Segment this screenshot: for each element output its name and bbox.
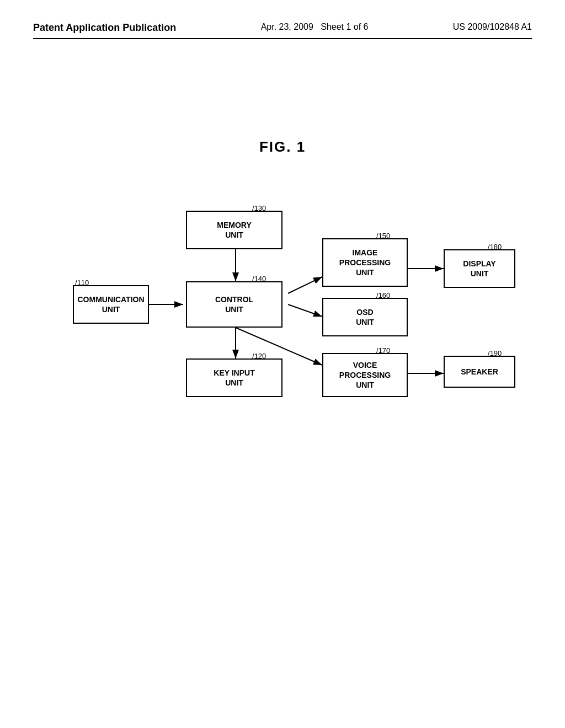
ref-160: /160 xyxy=(376,291,390,299)
svg-line-3 xyxy=(288,277,322,293)
osd-unit-block: OSD UNIT xyxy=(322,298,408,336)
memory-unit-block: MEMORY UNIT xyxy=(186,211,282,249)
page-header: Patent Application Publication Apr. 23, … xyxy=(33,22,532,39)
speaker-block: SPEAKER xyxy=(444,356,515,388)
date-sheet: Apr. 23, 2009 Sheet 1 of 6 xyxy=(261,22,369,32)
block-diagram: COMMUNICATION UNIT /110 MEMORY UNIT /130… xyxy=(67,178,498,453)
ref-110: /110 xyxy=(75,279,89,287)
figure-title: FIG. 1 xyxy=(33,138,532,156)
voice-processing-unit-block: VOICE PROCESSING UNIT xyxy=(322,353,408,397)
publication-label: Patent Application Publication xyxy=(33,22,176,34)
ref-170: /170 xyxy=(376,346,390,355)
ref-140: /140 xyxy=(252,275,266,283)
svg-line-4 xyxy=(288,304,322,317)
ref-190: /190 xyxy=(488,349,502,357)
sheet: Sheet 1 of 6 xyxy=(321,22,368,31)
display-unit-block: DISPLAY UNIT xyxy=(444,249,515,288)
communication-unit-block: COMMUNICATION UNIT xyxy=(73,285,149,324)
ref-180: /180 xyxy=(488,243,502,251)
ref-120: /120 xyxy=(252,352,266,360)
ref-150: /150 xyxy=(376,232,390,240)
image-processing-unit-block: IMAGE PROCESSING UNIT xyxy=(322,238,408,287)
ref-130: /130 xyxy=(252,204,266,212)
key-input-unit-block: KEY INPUT UNIT xyxy=(186,358,282,397)
page: Patent Application Publication Apr. 23, … xyxy=(0,0,565,728)
patent-number: US 2009/102848 A1 xyxy=(453,22,532,32)
date: Apr. 23, 2009 xyxy=(261,22,313,31)
control-unit-block: CONTROL UNIT xyxy=(186,281,282,328)
